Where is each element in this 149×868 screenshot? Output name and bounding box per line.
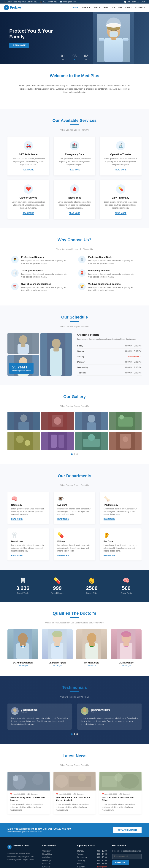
service-pharmacy-desc: Lorem ipsum dolor sit amet, consectetur … [103,200,138,210]
nav-contact[interactable]: Contact [136,6,145,9]
svg-rect-24 [19,422,29,430]
footer-service-2[interactable]: Dental Care [42,853,52,855]
nav-home[interactable]: Home [72,6,79,9]
nav-service[interactable]: Service [82,6,91,9]
footer-logo-icon: + [7,845,11,849]
service-operation-link[interactable]: Read More [115,169,126,171]
service-blood-link[interactable]: Read More [69,212,80,215]
testimonial-cards: Guaridan Block Patient Lorem ipsum dolor… [7,704,142,730]
why-progress-content: Track your Progress Lorem ipsum dolor si… [21,269,71,278]
top-bar: 📞 Doctor Need Help? +00 123 456 789 📱 +0… [0,0,149,4]
testimonial-dot-2[interactable] [74,733,75,735]
gallery-item-5[interactable] [7,432,40,451]
footer-brand-col: + Prolexe Clinic Lorem ipsum dolor sit a… [7,844,37,868]
progress-icon: 📊 [11,269,19,277]
news-meta-2: 📅 August 18, 2020 💬 0 Comment [56,793,93,795]
services-divider [70,124,79,125]
footer-services-title: Our Service [42,844,72,847]
gallery-dot-1[interactable] [71,453,72,455]
news-content-3: 📅 August 18, 2020 💬 0 Comment Best USA M… [99,790,142,814]
why-item-experience: ⏰ Over 25 years of experience Lorem ipsu… [11,283,71,292]
dept-neurology-link[interactable]: READ MORE [11,518,23,520]
service-pharmacy-title: 24/7 Pharmacy [103,196,138,199]
appt-sub-text: Revolutionarily a go forward web service… [7,831,71,833]
news-header: Latest News What Can You Expect From Us [7,753,142,766]
nav-pages[interactable]: Pages [93,6,100,9]
footer-services-col: Our Service Cardiology Dental Care Ambul… [42,844,72,868]
gallery-item-2[interactable] [41,412,74,430]
dept-dental-link[interactable]: READ MORE [11,555,23,557]
services-subtext: What Can You Expect From Us [7,129,142,131]
gallery-dot-2[interactable] [74,453,75,455]
doctors-header: Qualified The Doctor's What Can You Expe… [7,611,142,624]
hero-step-2[interactable]: 03 [72,54,77,60]
schedule-title: Our Schedule [7,315,142,320]
footer-service-6[interactable]: Eye Care [42,866,50,868]
footer-email-input[interactable] [112,854,142,859]
stats-section: 🦷 3,236 Saved Teeth 💊 999 Saved Kidney 👶… [0,570,149,602]
author-avatar-2 [81,707,88,715]
testimonial-dot-1[interactable] [71,733,72,735]
doctor-card-4: Dr. Mackenzie Neurologist [111,629,142,666]
why-item-bloodbank: 🏦 Exclusive Blood Bank Lorem ipsum dolor… [78,256,138,265]
gallery-item-1[interactable] [7,412,40,430]
gallery-item-3[interactable] [75,412,108,430]
stat-brain-icon: 🧠 [111,577,142,584]
service-pharmacy-link[interactable]: Read More [115,212,126,215]
footer-service-3[interactable]: Ambulance [42,856,52,858]
service-operation-desc: Lorem ipsum dolor sit amet, consectetur … [103,157,138,166]
svg-rect-67 [123,643,129,646]
top-bar-hours: 🕐 Mon - Sat 8.00 - 18.00 [124,1,145,3]
footer-service-4[interactable]: Neurology [42,860,51,862]
service-cancer-link[interactable]: Read More [23,212,34,215]
testimonial-dot-3[interactable] [77,733,78,735]
gallery-item-7[interactable] [75,432,108,451]
gallery-dot-3[interactable] [77,453,78,455]
gallery-item-4[interactable] [109,412,142,430]
footer-subscribe-button[interactable]: Subscribe [112,860,129,865]
svg-rect-30 [87,423,96,430]
service-emergency-link[interactable]: Read More [69,169,80,171]
comment-icon-3: 💬 [119,793,121,795]
hero-step-3[interactable]: 02 [84,54,88,60]
service-blood-desc: Lorem ipsum dolor sit amet, consectetur … [57,200,92,210]
testimonial-text-2: Lorem ipsum dolor sit amet, consectetur … [81,717,138,726]
news-subtext: What Can You Expect From Us [7,764,142,766]
nav-gallery[interactable]: Gallery [113,6,122,9]
schedule-inner: 25 Years Working Experience Opening Hour… [7,333,142,376]
hours-friday: Friday 9:00 AM - 9:00 PM [77,343,142,348]
schedule-images: 25 Years Working Experience [7,333,72,376]
dept-dental-desc: Lorem ipsum dolor sit amet, consectetur … [11,544,46,552]
hours-list: Friday 9:00 AM - 9:00 PM Saturday 9:00 A… [77,343,142,375]
svg-point-78 [13,775,18,781]
dept-ear-link[interactable]: READ MORE [103,555,115,557]
gallery-item-8[interactable] [109,432,142,451]
operation-icon: 🔬 [116,141,125,150]
why-right: 🏦 Exclusive Blood Bank Lorem ipsum dolor… [74,256,142,296]
hero-cta-button[interactable]: Read More [9,43,29,48]
news-content-1: 📅 August 18, 2020 💬 0 Comment Give Absol… [7,790,50,814]
dept-kidney-link[interactable]: READ MORE [57,555,69,557]
footer-service-1[interactable]: Cardiology [42,850,51,852]
hero-steps: 01 03 02 [61,54,88,60]
why-header: Why Choose Us? There Are Many Reasons To… [7,238,142,250]
hero-step-1[interactable]: 01 [61,54,65,60]
appointment-button[interactable]: Get Appointment [113,827,142,833]
dept-eyecare-link[interactable]: READ MORE [57,518,69,520]
dept-card-dental: 🦷 Dental care Lorem ipsum dolor sit amet… [7,528,49,560]
stat-kidney-num: 999 [42,585,72,591]
service-ambulance-link[interactable]: Read More [23,169,34,171]
footer-hours-wed: Wednesday9:00 - 18:00 [77,856,107,858]
svg-rect-38 [51,435,57,447]
gallery-item-6[interactable] [41,432,74,451]
footer-hours-fri: Friday9:00 - 18:00 [77,863,107,865]
dept-traumatology-link[interactable]: READ MORE [103,518,115,520]
footer-service-5[interactable]: Blood Test [42,863,51,865]
testimonials-title: Testimonials [7,685,142,690]
nav-blog[interactable]: Blog [103,6,110,9]
doctor-name-3: Dr. Mackenzie [77,661,107,664]
service-card-cancer: ❤️ Cancer Service Lorem ipsum dolor sit … [7,180,49,219]
nav-about[interactable]: About [125,6,132,9]
dental-icon: 🦷 [11,532,46,538]
emergency-why-icon: 🚨 [78,269,86,277]
